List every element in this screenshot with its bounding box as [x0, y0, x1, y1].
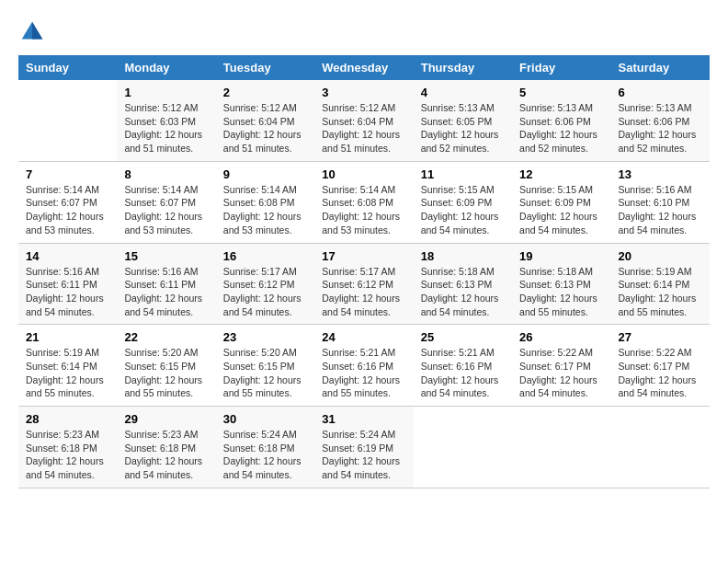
day-number: 29	[124, 412, 208, 426]
day-info: Sunrise: 5:24 AMSunset: 6:18 PMDaylight:…	[223, 428, 307, 482]
day-info: Sunrise: 5:13 AMSunset: 6:05 PMDaylight:…	[421, 101, 505, 155]
day-number: 30	[223, 412, 307, 426]
day-cell: 1Sunrise: 5:12 AMSunset: 6:03 PMDaylight…	[117, 80, 215, 161]
logo	[18, 18, 50, 46]
day-info: Sunrise: 5:12 AMSunset: 6:04 PMDaylight:…	[223, 101, 307, 155]
day-info: Sunrise: 5:18 AMSunset: 6:13 PMDaylight:…	[421, 265, 505, 319]
day-cell: 12Sunrise: 5:15 AMSunset: 6:09 PMDayligh…	[512, 161, 610, 243]
col-header-thursday: Thursday	[414, 55, 512, 80]
day-info: Sunrise: 5:16 AMSunset: 6:11 PMDaylight:…	[124, 265, 208, 319]
day-number: 15	[124, 249, 208, 263]
col-header-friday: Friday	[512, 55, 610, 80]
day-number: 2	[223, 86, 307, 99]
day-cell: 31Sunrise: 5:24 AMSunset: 6:19 PMDayligh…	[314, 407, 413, 488]
day-number: 7	[26, 167, 109, 181]
day-cell: 8Sunrise: 5:14 AMSunset: 6:07 PMDaylight…	[117, 161, 215, 243]
day-number: 18	[421, 249, 505, 263]
day-cell: 21Sunrise: 5:19 AMSunset: 6:14 PMDayligh…	[18, 325, 117, 407]
day-number: 21	[26, 330, 109, 344]
day-cell: 30Sunrise: 5:24 AMSunset: 6:18 PMDayligh…	[216, 407, 314, 488]
day-info: Sunrise: 5:15 AMSunset: 6:09 PMDaylight:…	[519, 183, 603, 237]
day-cell: 14Sunrise: 5:16 AMSunset: 6:11 PMDayligh…	[18, 243, 117, 325]
day-cell	[611, 407, 710, 488]
day-cell: 15Sunrise: 5:16 AMSunset: 6:11 PMDayligh…	[117, 243, 215, 325]
day-number: 4	[421, 86, 505, 99]
day-info: Sunrise: 5:16 AMSunset: 6:10 PMDaylight:…	[619, 183, 702, 237]
svg-marker-1	[32, 22, 42, 40]
day-number: 6	[619, 86, 702, 99]
day-cell: 16Sunrise: 5:17 AMSunset: 6:12 PMDayligh…	[216, 243, 314, 325]
col-header-sunday: Sunday	[18, 55, 117, 80]
header-row: SundayMondayTuesdayWednesdayThursdayFrid…	[18, 55, 710, 80]
day-number: 25	[421, 330, 505, 344]
day-cell: 24Sunrise: 5:21 AMSunset: 6:16 PMDayligh…	[314, 325, 413, 407]
day-cell: 9Sunrise: 5:14 AMSunset: 6:08 PMDaylight…	[216, 161, 314, 243]
day-info: Sunrise: 5:14 AMSunset: 6:08 PMDaylight:…	[322, 183, 405, 237]
week-row-1: 1Sunrise: 5:12 AMSunset: 6:03 PMDaylight…	[18, 80, 710, 161]
day-info: Sunrise: 5:18 AMSunset: 6:13 PMDaylight:…	[519, 265, 603, 319]
day-info: Sunrise: 5:17 AMSunset: 6:12 PMDaylight:…	[322, 265, 405, 319]
day-cell: 23Sunrise: 5:20 AMSunset: 6:15 PMDayligh…	[216, 325, 314, 407]
day-cell: 26Sunrise: 5:22 AMSunset: 6:17 PMDayligh…	[512, 325, 610, 407]
day-number: 17	[322, 249, 405, 263]
day-number: 8	[124, 167, 208, 181]
day-info: Sunrise: 5:12 AMSunset: 6:03 PMDaylight:…	[124, 101, 208, 155]
day-info: Sunrise: 5:21 AMSunset: 6:16 PMDaylight:…	[421, 346, 505, 400]
day-info: Sunrise: 5:22 AMSunset: 6:17 PMDaylight:…	[619, 346, 702, 400]
day-cell: 25Sunrise: 5:21 AMSunset: 6:16 PMDayligh…	[414, 325, 512, 407]
day-info: Sunrise: 5:12 AMSunset: 6:04 PMDaylight:…	[322, 101, 405, 155]
day-number: 16	[223, 249, 307, 263]
day-cell: 4Sunrise: 5:13 AMSunset: 6:05 PMDaylight…	[414, 80, 512, 161]
day-cell: 17Sunrise: 5:17 AMSunset: 6:12 PMDayligh…	[314, 243, 413, 325]
day-cell: 18Sunrise: 5:18 AMSunset: 6:13 PMDayligh…	[414, 243, 512, 325]
day-number: 24	[322, 330, 405, 344]
day-info: Sunrise: 5:23 AMSunset: 6:18 PMDaylight:…	[26, 428, 109, 482]
day-number: 12	[519, 167, 603, 181]
col-header-saturday: Saturday	[611, 55, 710, 80]
day-number: 14	[26, 249, 109, 263]
logo-icon	[18, 18, 46, 46]
day-number: 9	[223, 167, 307, 181]
day-info: Sunrise: 5:13 AMSunset: 6:06 PMDaylight:…	[519, 101, 603, 155]
day-cell	[414, 407, 512, 488]
day-number: 11	[421, 167, 505, 181]
week-row-2: 7Sunrise: 5:14 AMSunset: 6:07 PMDaylight…	[18, 161, 710, 243]
day-cell: 7Sunrise: 5:14 AMSunset: 6:07 PMDaylight…	[18, 161, 117, 243]
day-info: Sunrise: 5:19 AMSunset: 6:14 PMDaylight:…	[26, 346, 109, 400]
day-number: 1	[124, 86, 208, 99]
day-info: Sunrise: 5:20 AMSunset: 6:15 PMDaylight:…	[223, 346, 307, 400]
day-cell: 27Sunrise: 5:22 AMSunset: 6:17 PMDayligh…	[611, 325, 710, 407]
day-cell: 20Sunrise: 5:19 AMSunset: 6:14 PMDayligh…	[611, 243, 710, 325]
day-cell	[512, 407, 610, 488]
day-info: Sunrise: 5:23 AMSunset: 6:18 PMDaylight:…	[124, 428, 208, 482]
day-info: Sunrise: 5:14 AMSunset: 6:07 PMDaylight:…	[124, 183, 208, 237]
day-info: Sunrise: 5:24 AMSunset: 6:19 PMDaylight:…	[322, 428, 405, 482]
day-cell	[18, 80, 117, 161]
day-number: 22	[124, 330, 208, 344]
day-number: 31	[322, 412, 405, 426]
day-info: Sunrise: 5:15 AMSunset: 6:09 PMDaylight:…	[421, 183, 505, 237]
day-number: 26	[519, 330, 603, 344]
day-number: 5	[519, 86, 603, 99]
day-number: 27	[619, 330, 702, 344]
day-number: 23	[223, 330, 307, 344]
day-info: Sunrise: 5:17 AMSunset: 6:12 PMDaylight:…	[223, 265, 307, 319]
day-info: Sunrise: 5:19 AMSunset: 6:14 PMDaylight:…	[619, 265, 702, 319]
page-header	[18, 18, 710, 46]
day-cell: 19Sunrise: 5:18 AMSunset: 6:13 PMDayligh…	[512, 243, 610, 325]
col-header-monday: Monday	[117, 55, 215, 80]
col-header-wednesday: Wednesday	[314, 55, 413, 80]
day-cell: 10Sunrise: 5:14 AMSunset: 6:08 PMDayligh…	[314, 161, 413, 243]
day-cell: 3Sunrise: 5:12 AMSunset: 6:04 PMDaylight…	[314, 80, 413, 161]
day-number: 19	[519, 249, 603, 263]
week-row-5: 28Sunrise: 5:23 AMSunset: 6:18 PMDayligh…	[18, 407, 710, 488]
day-cell: 22Sunrise: 5:20 AMSunset: 6:15 PMDayligh…	[117, 325, 215, 407]
col-header-tuesday: Tuesday	[216, 55, 314, 80]
day-info: Sunrise: 5:13 AMSunset: 6:06 PMDaylight:…	[619, 101, 702, 155]
day-cell: 13Sunrise: 5:16 AMSunset: 6:10 PMDayligh…	[611, 161, 710, 243]
day-info: Sunrise: 5:14 AMSunset: 6:07 PMDaylight:…	[26, 183, 109, 237]
day-info: Sunrise: 5:21 AMSunset: 6:16 PMDaylight:…	[322, 346, 405, 400]
week-row-4: 21Sunrise: 5:19 AMSunset: 6:14 PMDayligh…	[18, 325, 710, 407]
week-row-3: 14Sunrise: 5:16 AMSunset: 6:11 PMDayligh…	[18, 243, 710, 325]
calendar-table: SundayMondayTuesdayWednesdayThursdayFrid…	[18, 55, 710, 488]
